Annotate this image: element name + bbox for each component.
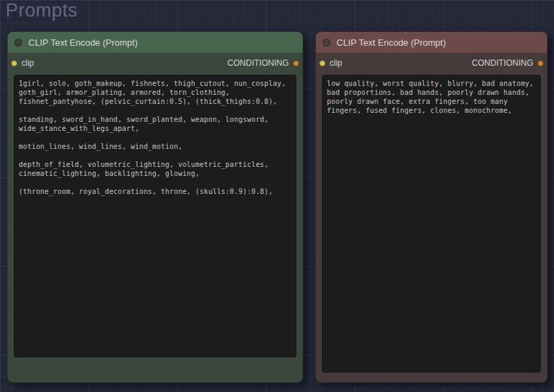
node-title: CLIP Text Encode (Prompt) — [337, 37, 446, 48]
prompt-text-widget[interactable]: low quality, worst quality, blurry, bad … — [322, 75, 541, 373]
output-slot-conditioning[interactable]: CONDITIONING — [227, 58, 299, 68]
prompt-text-widget[interactable]: 1girl, solo, goth_makeup, fishnets, thig… — [14, 75, 296, 357]
conditioning-slot-icon[interactable] — [537, 60, 544, 66]
output-slot-label: CONDITIONING — [472, 58, 533, 68]
node-clip-text-encode-negative[interactable]: CLIP Text Encode (Prompt) clip CONDITION… — [315, 31, 548, 383]
input-slot-clip[interactable]: clip — [319, 58, 342, 68]
node-header[interactable]: CLIP Text Encode (Prompt) — [8, 32, 303, 53]
conditioning-slot-icon[interactable] — [293, 60, 299, 66]
collapse-dot-icon[interactable] — [323, 39, 330, 46]
node-title: CLIP Text Encode (Prompt) — [28, 37, 138, 48]
node-header[interactable]: CLIP Text Encode (Prompt) — [316, 32, 547, 53]
node-clip-text-encode-positive[interactable]: CLIP Text Encode (Prompt) clip CONDITION… — [7, 31, 303, 383]
node-slots: clip CONDITIONING — [8, 53, 303, 71]
clip-slot-icon[interactable] — [319, 60, 325, 66]
input-slot-label: clip — [330, 58, 342, 68]
output-slot-conditioning[interactable]: CONDITIONING — [472, 58, 544, 68]
node-slots: clip CONDITIONING — [316, 53, 547, 71]
group-title-prompts[interactable]: Prompts — [6, 0, 78, 21]
clip-slot-icon[interactable] — [11, 60, 17, 66]
output-slot-label: CONDITIONING — [227, 58, 289, 68]
collapse-dot-icon[interactable] — [15, 39, 22, 46]
input-slot-clip[interactable]: clip — [11, 58, 34, 68]
input-slot-label: clip — [21, 58, 34, 68]
